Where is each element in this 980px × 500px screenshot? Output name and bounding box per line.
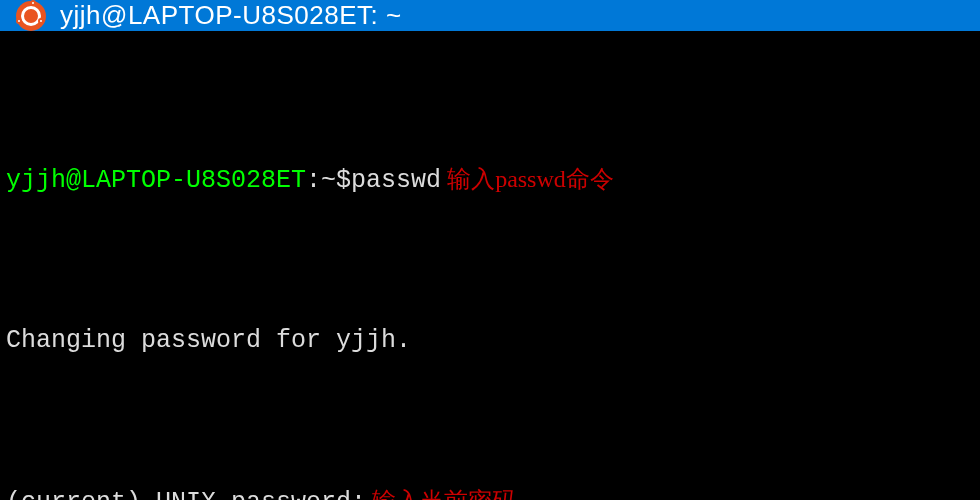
command-text: passwd — [351, 161, 441, 201]
annotation-text: 输入当前密码 — [372, 481, 516, 500]
terminal-line: yjjh@LAPTOP-U8S028ET:~ $ passwd 输入passwd… — [6, 159, 980, 201]
prompt-colon: : — [306, 161, 321, 201]
annotation-text: 输入passwd命令 — [447, 159, 614, 199]
output-text: (current) UNIX password: — [6, 483, 366, 500]
prompt-user: yjjh@LAPTOP-U8S028ET — [6, 161, 306, 201]
terminal-window: yjjh@LAPTOP-U8S028ET: ~ yjjh@LAPTOP-U8S0… — [0, 0, 980, 500]
ubuntu-icon — [16, 1, 46, 31]
terminal-body[interactable]: yjjh@LAPTOP-U8S028ET:~ $ passwd 输入passwd… — [0, 31, 980, 500]
prompt-symbol: $ — [336, 161, 351, 201]
terminal-line: Changing password for yjjh. — [6, 321, 980, 361]
titlebar[interactable]: yjjh@LAPTOP-U8S028ET: ~ — [0, 0, 980, 31]
window-title: yjjh@LAPTOP-U8S028ET: ~ — [60, 0, 402, 31]
terminal-line: (current) UNIX password: 输入当前密码 — [6, 481, 980, 500]
output-text: Changing password for yjjh. — [6, 321, 411, 361]
prompt-path: ~ — [321, 161, 336, 201]
